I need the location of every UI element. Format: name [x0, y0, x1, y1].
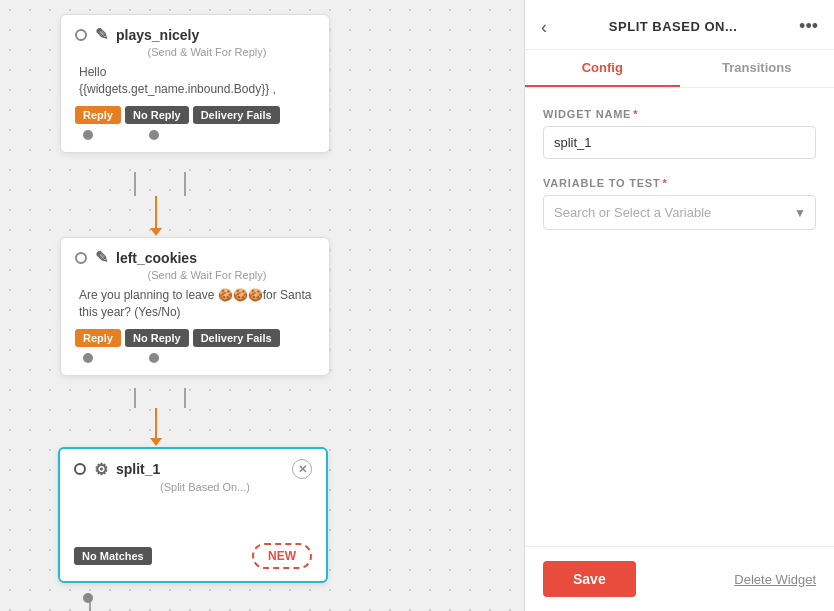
widget-name-label: WIDGET NAME*: [543, 108, 816, 120]
split-icon: ⚙: [94, 460, 108, 479]
node-body: Are you planning to leave 🍪🍪🍪for Santa t…: [79, 287, 315, 321]
svg-marker-7: [150, 438, 162, 446]
delete-widget-button[interactable]: Delete Widget: [734, 572, 816, 587]
node-subtype: (Send & Wait For Reply): [99, 46, 315, 58]
right-panel: ‹ SPLIT BASED ON... ••• Config Transitio…: [524, 0, 834, 611]
conn-dot-2: [149, 130, 159, 140]
node-status-dot: [75, 252, 87, 264]
conn-dot-1: [83, 353, 93, 363]
split-footer: No Matches NEW: [74, 543, 312, 569]
node-status-dot: [74, 463, 86, 475]
panel-footer: Save Delete Widget: [525, 546, 834, 611]
close-button[interactable]: ✕: [292, 459, 312, 479]
new-condition-button[interactable]: NEW: [252, 543, 312, 569]
connector-row: [83, 130, 315, 140]
tag-noreply: No Reply: [125, 106, 189, 124]
tags-row: Reply No Reply Delivery Fails: [75, 329, 315, 347]
variable-select-wrapper: Search or Select a Variable ▼: [543, 195, 816, 230]
connector-row: [83, 353, 315, 363]
node-plays-nicely[interactable]: ✎ plays_nicely (Send & Wait For Reply) H…: [60, 14, 330, 153]
conn-dot-1: [83, 130, 93, 140]
message-icon: ✎: [95, 25, 108, 44]
node-name: split_1: [116, 461, 160, 477]
variable-select[interactable]: Search or Select a Variable: [543, 195, 816, 230]
flow-canvas: ✎ plays_nicely (Send & Wait For Reply) H…: [0, 0, 524, 611]
tag-delivery-fails: Delivery Fails: [193, 329, 280, 347]
message-icon: ✎: [95, 248, 108, 267]
variable-label: VARIABLE TO TEST*: [543, 177, 816, 189]
tag-reply: Reply: [75, 106, 121, 124]
panel-form: WIDGET NAME* VARIABLE TO TEST* Search or…: [525, 88, 834, 546]
tag-noreply: No Reply: [125, 329, 189, 347]
node-body: Hello{{widgets.get_name.inbound.Body}} ,: [79, 64, 315, 98]
more-options-button[interactable]: •••: [799, 16, 818, 37]
tab-config[interactable]: Config: [525, 50, 680, 87]
save-button[interactable]: Save: [543, 561, 636, 597]
node-status-dot: [75, 29, 87, 41]
back-button[interactable]: ‹: [541, 18, 547, 36]
tag-reply: Reply: [75, 329, 121, 347]
svg-marker-3: [150, 228, 162, 236]
no-matches-tag: No Matches: [74, 547, 152, 565]
node-split-1[interactable]: ⚙ split_1 ✕ (Split Based On...) No Match…: [58, 447, 328, 583]
node-name: left_cookies: [116, 250, 197, 266]
node-subtype: (Split Based On...): [98, 481, 312, 493]
node-name: plays_nicely: [116, 27, 199, 43]
tab-transitions[interactable]: Transitions: [680, 50, 835, 87]
tags-row: Reply No Reply Delivery Fails: [75, 106, 315, 124]
conn-dot-2: [149, 353, 159, 363]
widget-name-input[interactable]: [543, 126, 816, 159]
bottom-connector-dot: [83, 593, 93, 603]
node-subtype: (Send & Wait For Reply): [99, 269, 315, 281]
panel-header: ‹ SPLIT BASED ON... •••: [525, 0, 834, 50]
panel-tabs: Config Transitions: [525, 50, 834, 88]
node-left-cookies[interactable]: ✎ left_cookies (Send & Wait For Reply) A…: [60, 237, 330, 376]
tag-delivery-fails: Delivery Fails: [193, 106, 280, 124]
panel-title: SPLIT BASED ON...: [555, 19, 791, 34]
